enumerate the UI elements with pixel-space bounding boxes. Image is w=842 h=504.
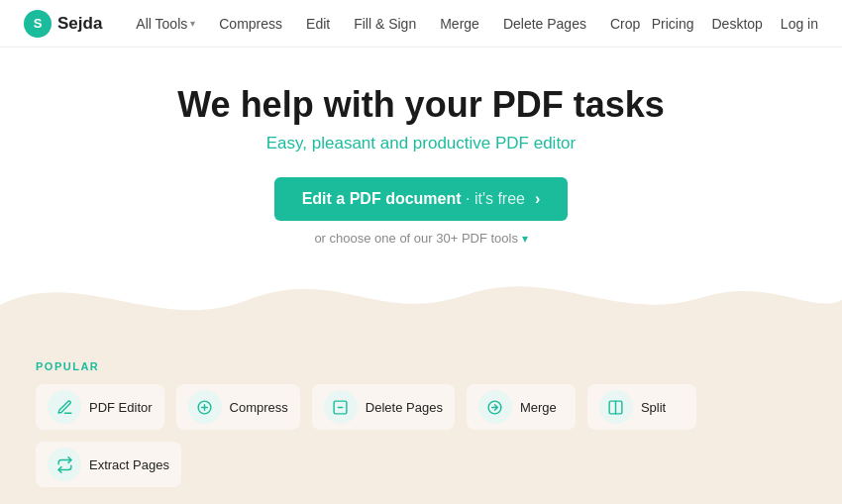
cta-subtext[interactable]: or choose one of our 30+ PDF tools ▾: [20, 231, 822, 246]
merge-icon: [478, 390, 512, 424]
hero-subtitle: Easy, pleasant and productive PDF editor: [20, 134, 822, 153]
popular-tools-row: PDF Editor Compress Delete Pages: [36, 384, 806, 487]
logo-icon: S: [24, 10, 52, 38]
split-icon: [599, 390, 633, 424]
nav-desktop[interactable]: Desktop: [711, 16, 762, 32]
logo[interactable]: S Sejda: [24, 10, 102, 38]
nav-merge[interactable]: Merge: [430, 12, 489, 36]
chevron-down-icon: ▾: [190, 18, 195, 29]
nav-all-tools[interactable]: All Tools ▾: [126, 12, 205, 36]
nav-delete-pages[interactable]: Delete Pages: [493, 12, 596, 36]
nav-fill-sign[interactable]: Fill & Sign: [344, 12, 426, 36]
nav-right: Pricing Desktop Log in: [652, 16, 818, 32]
extract-icon: [48, 448, 81, 481]
nav-login[interactable]: Log in: [781, 16, 818, 32]
tool-split[interactable]: Split: [587, 384, 696, 430]
nav-edit[interactable]: Edit: [296, 12, 340, 36]
tool-extract-pages[interactable]: Extract Pages: [36, 442, 181, 487]
wave-decoration: [0, 255, 842, 345]
hero-section: We help with your PDF tasks Easy, pleasa…: [0, 48, 842, 265]
logo-name: Sejda: [57, 14, 102, 34]
tool-delete-pages[interactable]: Delete Pages: [312, 384, 455, 430]
nav-pricing[interactable]: Pricing: [652, 16, 694, 32]
nav-compress[interactable]: Compress: [209, 12, 292, 36]
nav-crop[interactable]: Crop: [600, 12, 650, 36]
edit-icon: [48, 390, 81, 424]
compress-icon: [188, 390, 222, 424]
tool-compress[interactable]: Compress: [176, 384, 300, 430]
chevron-down-icon: ▾: [522, 232, 528, 246]
cta-label: Edit a PDF document · it's free: [302, 190, 525, 208]
tool-pdf-editor[interactable]: PDF Editor: [36, 384, 164, 430]
navbar: S Sejda All Tools ▾ Compress Edit Fill &…: [0, 0, 842, 48]
nav-links: All Tools ▾ Compress Edit Fill & Sign Me…: [126, 12, 650, 36]
popular-label: POPULAR: [36, 343, 806, 384]
popular-section: POPULAR PDF Editor Compress: [0, 343, 842, 504]
cta-button[interactable]: Edit a PDF document · it's free ›: [274, 177, 569, 221]
tool-merge[interactable]: Merge: [467, 384, 576, 430]
arrow-right-icon: ›: [535, 190, 540, 208]
delete-icon: [324, 390, 358, 424]
hero-title: We help with your PDF tasks: [20, 83, 822, 126]
